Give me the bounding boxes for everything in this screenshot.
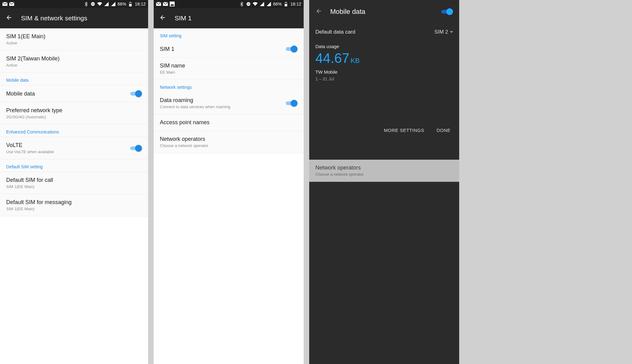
svg-rect-3 [92,4,94,4]
bluetooth-icon [84,2,89,6]
battery-pct: 66% [273,2,282,6]
apn-row[interactable]: Access point names [154,114,304,131]
dnd-icon [246,2,251,6]
network-operators-title: Network operators [160,136,297,142]
sim2-row[interactable]: SIM 2(Taiwan Mobile) Active [0,51,148,73]
bg-network-operators-row: Network operators Choose a network opera… [309,160,459,182]
back-button[interactable] [6,14,12,22]
back-button[interactable] [159,14,166,22]
svg-rect-6 [129,4,131,6]
sim1-status: Active [6,41,142,45]
section-network-settings: Network settings [154,80,304,92]
preferred-network-row[interactable]: Preferred network type 2G/3G/4G (Automat… [0,102,148,125]
screen-mobile-data: Network operators Choose a network opera… [309,0,459,364]
image-icon [170,2,175,6]
default-data-card-value: SIM 2 [434,29,448,35]
volte-title: VoLTE [6,142,130,149]
sim2-title: SIM 2(Taiwan Mobile) [6,55,142,62]
default-sim-msg-title: Default SIM for messaging [6,199,142,206]
apn-title: Access point names [160,119,297,126]
data-usage-range: 1 – 31 Jul [315,76,453,81]
sim-enable-toggle[interactable] [286,46,297,52]
dimmed-background: Network operators Choose a network opera… [309,160,459,182]
svg-rect-12 [247,4,249,4]
status-time: 18:12 [290,2,301,6]
volte-row[interactable]: VoLTE Use VoLTE when available [0,137,148,159]
mobile-data-label: Mobile data [6,91,130,97]
app-bar: Mobile data [309,0,459,23]
volte-toggle[interactable] [130,145,142,152]
screen-sim-network: 66% 18:12 SIM & network settings SIM 1(E… [0,0,148,364]
wifi-icon [97,2,102,6]
data-roaming-toggle[interactable] [286,100,297,107]
mobile-data-row[interactable]: Mobile data [0,85,148,102]
status-bar: 66% 18:12 [154,0,304,8]
done-button[interactable]: DONE [437,128,451,133]
mail-icon [2,2,7,6]
default-sim-msg-sub: SIM 1(EE Main) [6,207,142,211]
signal-icon [266,2,271,6]
data-usage-label: Data usage [315,44,453,49]
section-enhanced: Enhanced Communications [0,125,148,137]
battery-pct: 66% [118,2,126,6]
network-operators-sub: Choose a network operator [160,143,297,148]
network-operators-row[interactable]: Network operators Choose a network opera… [154,131,304,153]
bg-network-operators-title: Network operators [315,165,453,171]
mail-icon [156,2,161,6]
wifi-icon [253,2,258,6]
default-sim-call-row[interactable]: Default SIM for call SIM 1(EE Main) [0,172,148,194]
data-usage-section[interactable]: Data usage 44.67KB TW Mobile 1 – 31 Jul [309,41,459,81]
sim-name-row[interactable]: SIM name EE Main [154,58,304,80]
signal-icon [104,2,109,6]
bluetooth-icon [239,2,244,6]
sim1-title: SIM 1(EE Main) [6,33,142,40]
section-default-sim: Default SIM setting [0,159,148,172]
default-data-card-row[interactable]: Default data card SIM 2 [309,23,459,41]
mobile-data-toggle[interactable] [130,90,142,97]
data-roaming-title: Data roaming [160,97,286,104]
sim2-status: Active [6,63,142,67]
data-roaming-sub: Connect to data services when roaming [160,104,286,109]
screen-sim1: 66% 18:12 SIM 1 SIM setting SIM 1 SIM na… [154,0,304,364]
app-bar: SIM 1 [154,8,304,28]
sim-enable-label: SIM 1 [160,46,286,52]
dialog-actions: MORE SETTINGS DONE [309,118,459,138]
app-bar: SIM & network settings [0,8,148,28]
battery-icon [284,2,289,6]
default-sim-call-title: Default SIM for call [6,177,142,183]
section-sim-setting: SIM setting [154,28,304,41]
preferred-network-sub: 2G/3G/4G (Automatic) [6,115,142,119]
page-title: Mobile data [330,8,433,16]
data-roaming-row[interactable]: Data roaming Connect to data services wh… [154,92,304,114]
mobile-data-master-toggle[interactable] [441,8,453,15]
data-usage-value: 44.67KB [315,51,453,65]
volte-sub: Use VoLTE when available [6,149,130,154]
mail-icon [9,2,14,6]
dropdown-icon [450,29,453,35]
page-title: SIM 1 [175,14,192,22]
section-mobile-data: Mobile data [0,73,148,85]
mail-icon [163,2,168,6]
dnd-icon [90,2,95,6]
svg-rect-15 [285,4,287,6]
preferred-network-title: Preferred network type [6,107,142,114]
sim1-row[interactable]: SIM 1(EE Main) Active [0,28,148,51]
signal-icon [260,2,264,6]
sim-name-title: SIM name [160,63,297,69]
data-usage-carrier: TW Mobile [315,69,453,75]
status-bar: 66% 18:12 [0,0,148,8]
sim-name-sub: EE Main [160,70,297,75]
default-sim-call-sub: SIM 1(EE Main) [6,184,142,189]
signal-icon [111,2,116,6]
bg-network-operators-sub: Choose a network operator [315,172,453,177]
page-title: SIM & network settings [21,14,87,22]
battery-icon [128,2,133,6]
back-button[interactable] [315,8,322,16]
sim-enable-row[interactable]: SIM 1 [154,41,304,58]
default-data-card-label: Default data card [315,29,434,35]
default-sim-msg-row[interactable]: Default SIM for messaging SIM 1(EE Main) [0,194,148,216]
mobile-data-panel: Mobile data Default data card SIM 2 Data… [309,0,459,141]
more-settings-button[interactable]: MORE SETTINGS [384,128,424,133]
status-time: 18:12 [135,2,146,6]
